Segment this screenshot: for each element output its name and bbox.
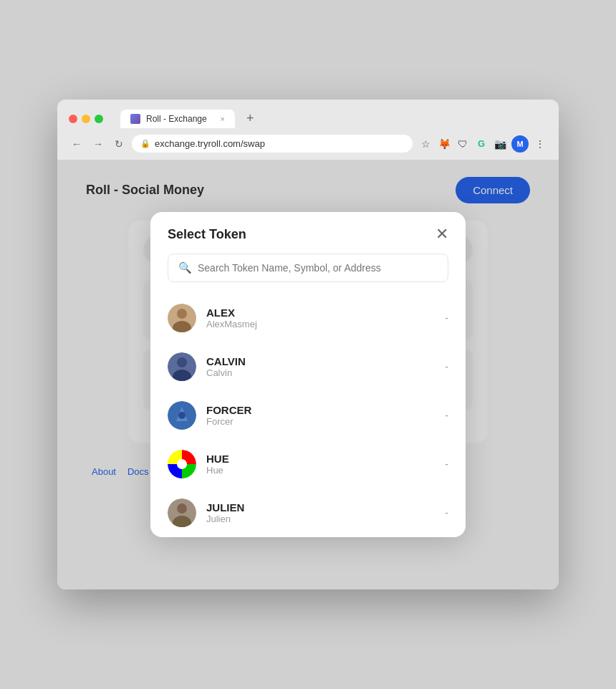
user-avatar[interactable]: M [511, 135, 529, 153]
token-balance-hue: - [445, 458, 448, 470]
more-options-icon[interactable]: ⋮ [533, 137, 547, 151]
page-content: Roll - Social Money Connect Swap Send Po… [57, 160, 559, 589]
minimize-traffic-light[interactable] [82, 115, 90, 123]
token-avatar-alex [168, 304, 196, 332]
search-input-wrap: 🔍 [168, 254, 448, 282]
new-tab-button[interactable]: + [241, 108, 260, 129]
token-info-forcer: FORCER Forcer [206, 404, 445, 427]
token-balance-alex: - [445, 312, 448, 324]
camera-icon[interactable]: 📷 [493, 137, 507, 151]
modal-close-button[interactable]: ✕ [435, 226, 448, 242]
token-item-hue[interactable]: HUE Hue - [150, 440, 466, 488]
modal-overlay: Select Token ✕ 🔍 [57, 160, 559, 589]
token-avatar-forcer [168, 401, 196, 430]
token-symbol-forcer: FORCER [206, 404, 445, 416]
browser-actions: ☆ 🦊 🛡 G 📷 M ⋮ [418, 135, 547, 153]
svg-point-8 [178, 412, 186, 419]
token-item-alex[interactable]: ALEX AlexMasmej - [150, 294, 466, 342]
lock-icon: 🔒 [140, 139, 150, 148]
svg-point-10 [177, 459, 187, 469]
token-balance-forcer: - [445, 410, 448, 421]
modal-title: Select Token [168, 227, 246, 242]
token-list: ALEX AlexMasmej - [150, 294, 466, 537]
close-traffic-light[interactable] [69, 115, 77, 123]
token-info-julien: JULIEN Julien [206, 501, 445, 524]
grammarly-icon[interactable]: G [474, 137, 489, 151]
metamask-icon[interactable]: 🦊 [437, 137, 451, 151]
select-token-modal: Select Token ✕ 🔍 [150, 212, 466, 537]
tab-bar: Roll - Exchange × + [120, 108, 547, 129]
token-balance-julien: - [445, 507, 448, 519]
token-item-forcer[interactable]: FORCER Forcer - [150, 391, 466, 440]
token-symbol-alex: ALEX [206, 307, 445, 319]
token-name-julien: Julien [206, 514, 445, 524]
token-name-forcer: Forcer [206, 416, 445, 427]
svg-point-1 [177, 309, 187, 319]
title-bar: Roll - Exchange × + [57, 100, 559, 129]
token-symbol-calvin: CALVIN [206, 355, 445, 367]
modal-header: Select Token ✕ [150, 212, 466, 254]
token-avatar-calvin [168, 352, 196, 381]
tab-close-button[interactable]: × [221, 115, 225, 123]
token-avatar-hue [168, 450, 196, 478]
traffic-lights [69, 115, 103, 123]
reload-button[interactable]: ↻ [112, 135, 126, 153]
tab-title: Roll - Exchange [146, 114, 207, 124]
address-bar: ← → ↻ 🔒 exchange.tryroll.com/swap ☆ 🦊 🛡 … [57, 129, 559, 160]
token-name-hue: Hue [206, 465, 445, 476]
tab-favicon [130, 114, 140, 124]
token-item-calvin[interactable]: CALVIN Calvin - [150, 342, 466, 391]
token-name-alex: AlexMasmej [206, 319, 445, 329]
token-balance-calvin: - [445, 361, 448, 372]
token-info-hue: HUE Hue [206, 453, 445, 476]
token-name-calvin: Calvin [206, 367, 445, 378]
modal-search: 🔍 [150, 254, 466, 294]
token-symbol-julien: JULIEN [206, 501, 445, 514]
browser-window: Roll - Exchange × + ← → ↻ 🔒 exchange.try… [57, 100, 559, 589]
token-symbol-hue: HUE [206, 453, 445, 465]
token-search-input[interactable] [198, 262, 438, 274]
token-info-alex: ALEX AlexMasmej [206, 307, 445, 329]
active-tab[interactable]: Roll - Exchange × [120, 110, 235, 128]
token-info-calvin: CALVIN Calvin [206, 355, 445, 378]
token-item-julien[interactable]: JULIEN Julien - [150, 488, 466, 537]
maximize-traffic-light[interactable] [95, 115, 103, 123]
star-icon[interactable]: ☆ [418, 137, 433, 151]
svg-point-12 [177, 504, 187, 514]
back-button[interactable]: ← [69, 135, 85, 153]
shield-icon[interactable]: 🛡 [456, 137, 470, 151]
address-input[interactable]: 🔒 exchange.tryroll.com/swap [132, 135, 413, 153]
svg-point-4 [177, 357, 187, 367]
forward-button[interactable]: → [90, 135, 106, 153]
token-avatar-julien [168, 498, 196, 527]
address-text: exchange.tryroll.com/swap [155, 138, 265, 149]
search-icon: 🔍 [178, 261, 192, 274]
